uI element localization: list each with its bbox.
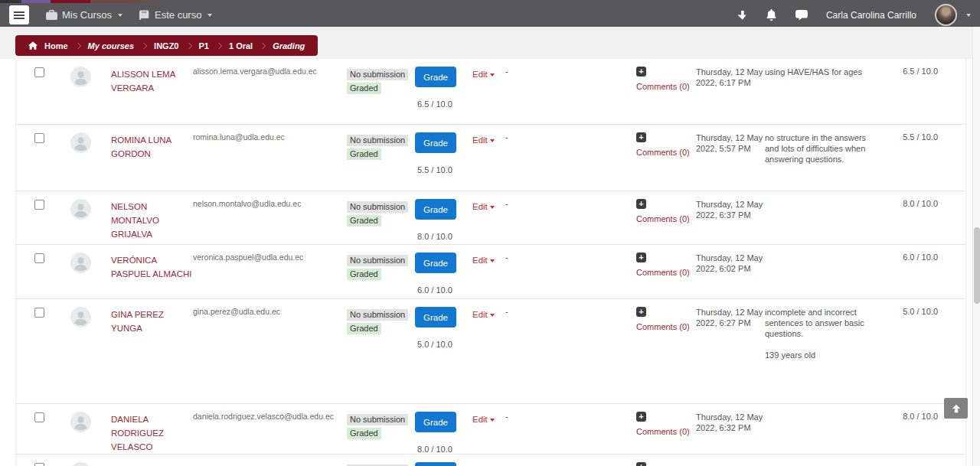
- final-grade: 5.0 / 10.0: [873, 299, 938, 403]
- add-comment-icon[interactable]: +: [636, 199, 646, 209]
- student-avatar: [70, 299, 111, 403]
- menu-toggle-button[interactable]: [9, 5, 29, 24]
- grade-button[interactable]: Grade: [415, 67, 456, 87]
- last-modified-grade: Thursday, 12 May 2022, 6:37 PM: [696, 191, 765, 244]
- student-name-link[interactable]: ROMINA LUNA GORDON: [111, 135, 172, 158]
- row-select-checkbox[interactable]: [34, 412, 44, 422]
- comments-link[interactable]: Comments (0): [636, 82, 690, 91]
- edit-menu[interactable]: Edit: [472, 70, 495, 79]
- home-icon[interactable]: [28, 41, 38, 50]
- student-name-link[interactable]: NELSON MONTALVO GRIJALVA: [111, 202, 159, 239]
- submission-status: No submission Graded: [347, 245, 415, 298]
- chat-icon[interactable]: [795, 10, 808, 21]
- row-select-checkbox[interactable]: [34, 463, 44, 466]
- edit-menu[interactable]: Edit: [472, 202, 495, 211]
- breadcrumb-home[interactable]: Home: [44, 41, 68, 51]
- row-select-checkbox[interactable]: [34, 308, 44, 318]
- student-email: [193, 455, 347, 466]
- grade-button[interactable]: Grade: [415, 199, 456, 220]
- scrollbar-track[interactable]: [972, 27, 980, 466]
- row-select-checkbox[interactable]: [34, 133, 44, 143]
- row-select-checkbox[interactable]: [34, 200, 44, 210]
- caret-down-icon: [490, 314, 495, 317]
- student-avatar: [70, 404, 111, 454]
- comments-link[interactable]: Comments (0): [636, 214, 690, 223]
- last-modified-submission: -: [505, 125, 636, 191]
- download-arrow-icon[interactable]: [737, 10, 747, 21]
- bell-icon[interactable]: [766, 9, 777, 21]
- grade-value: 6.5 / 10.0: [415, 99, 472, 109]
- last-modified-submission: -: [505, 245, 636, 298]
- user-avatar[interactable]: [935, 4, 957, 26]
- add-comment-icon[interactable]: +: [636, 67, 646, 77]
- row-select-checkbox[interactable]: [34, 67, 44, 77]
- breadcrumb-grading[interactable]: Grading: [273, 41, 305, 51]
- caret-down-icon: [490, 206, 495, 209]
- comments-link[interactable]: Comments (0): [636, 427, 690, 436]
- status-no-submission: No submission: [347, 414, 408, 425]
- table-row: NELSON MONTALVO GRIJALVA nelson.montalvo…: [16, 191, 965, 244]
- status-no-submission: No submission: [347, 69, 408, 80]
- status-graded: Graded: [347, 148, 381, 160]
- add-comment-icon[interactable]: +: [636, 307, 646, 317]
- caret-down-icon: [207, 14, 212, 17]
- student-name-link[interactable]: GINA PEREZ YUNGA: [111, 310, 164, 333]
- nav-label: Mis Cursos: [62, 9, 112, 21]
- last-modified-grade: Thursday, 12 May 2022, 6:32 PM: [696, 404, 765, 454]
- grade-value: 5.5 / 10.0: [415, 165, 472, 174]
- person-icon: [70, 253, 91, 273]
- student-name-link[interactable]: VERÓNICA PASPUEL ALMACHI: [111, 256, 191, 279]
- last-modified-submission: -: [505, 191, 636, 244]
- breadcrumb-1-oral[interactable]: 1 Oral: [229, 41, 253, 51]
- last-modified-grade: Thursday, 12 May 2022, 6:27 PM: [696, 299, 765, 403]
- feedback-comments: [765, 404, 873, 454]
- edit-menu[interactable]: Edit: [472, 310, 495, 319]
- feedback-comments: [765, 191, 873, 244]
- edit-menu[interactable]: Edit: [472, 135, 495, 145]
- book-icon: [139, 10, 150, 20]
- student-avatar: [70, 455, 111, 466]
- row-select-checkbox[interactable]: [34, 253, 44, 263]
- comments-link[interactable]: Comments (0): [636, 148, 690, 157]
- add-comment-icon[interactable]: +: [636, 462, 646, 466]
- student-name-link[interactable]: ALISSON LEMA VERGARA: [111, 70, 175, 93]
- caret-down-icon: [118, 14, 122, 17]
- edit-menu[interactable]: Edit: [472, 256, 495, 265]
- add-comment-icon[interactable]: +: [636, 132, 646, 142]
- grade-value: 8.0 / 10.0: [415, 445, 472, 454]
- comments-link[interactable]: Comments (0): [636, 322, 690, 331]
- add-comment-icon[interactable]: +: [636, 412, 646, 422]
- edit-menu[interactable]: Edit: [472, 415, 495, 424]
- status-graded: Graded: [347, 83, 381, 94]
- grade-button[interactable]: Grade: [415, 307, 456, 328]
- status-graded: Graded: [347, 215, 381, 226]
- person-icon: [70, 132, 91, 153]
- table-row: VERÓNICA PASPUEL ALMACHI veronica.paspue…: [16, 244, 965, 298]
- breadcrumb-my-courses[interactable]: My courses: [88, 41, 135, 51]
- submission-status: No submission Graded: [347, 59, 415, 124]
- user-menu-caret-icon[interactable]: [966, 14, 971, 17]
- student-email: gina.perez@udla.edu.ec: [193, 299, 347, 403]
- breadcrumb-ingz0[interactable]: INGZ0: [154, 41, 178, 51]
- table-row: DANIELA RODRIGUEZ VELASCO daniela.rodrig…: [16, 403, 965, 454]
- status-graded: Graded: [347, 323, 381, 334]
- comments-link[interactable]: Comments (0): [636, 268, 690, 277]
- student-name-link[interactable]: DANIELA RODRIGUEZ VELASCO: [111, 415, 164, 451]
- grade-button[interactable]: Grade: [415, 462, 456, 466]
- nav-label: Este curso: [155, 9, 201, 21]
- nav-este-curso[interactable]: Este curso: [139, 9, 212, 21]
- grade-button[interactable]: Grade: [415, 412, 456, 432]
- grade-button[interactable]: Grade: [415, 253, 456, 273]
- table-row: No submission Graded Grade Edit - + Comm…: [16, 454, 965, 466]
- scroll-to-top-button[interactable]: [944, 398, 968, 419]
- scrollbar-thumb[interactable]: [974, 227, 980, 304]
- last-modified-grade: Thursday, 12 May 2022, 6:02 PM: [696, 245, 765, 298]
- add-comment-icon[interactable]: +: [636, 253, 646, 262]
- last-modified-submission: -: [505, 299, 636, 403]
- grade-button[interactable]: Grade: [415, 132, 456, 153]
- breadcrumb-band: Home My courses INGZ0 P1 1 Oral Grading: [0, 27, 980, 59]
- final-grade: 8.0 / 10.0: [873, 191, 938, 244]
- feedback-comments: incomplete and incorrect sentences to an…: [765, 299, 873, 403]
- breadcrumb-p1[interactable]: P1: [199, 41, 209, 51]
- nav-mis-cursos[interactable]: Mis Cursos: [46, 9, 122, 21]
